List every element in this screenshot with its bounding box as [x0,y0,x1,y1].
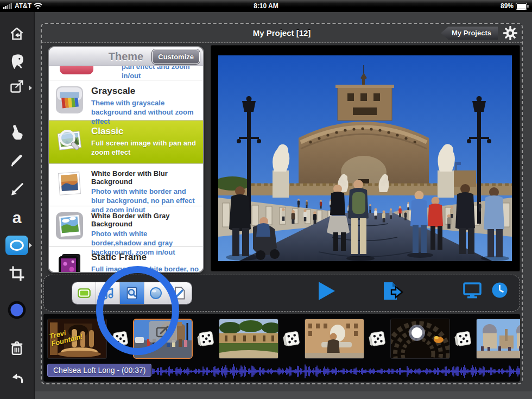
theme-thumb-icon [55,126,84,154]
status-bar: AT&T 8:10 AM 89% [0,0,532,12]
color-swatch-button[interactable] [8,301,26,319]
duration-clock-button[interactable] [491,282,508,299]
settings-gear-icon[interactable] [503,26,517,40]
app-canvas: a My Project [12] My Projects [0,12,532,399]
theme-thumb-icon [55,86,84,114]
theme-thumb-icon [55,252,84,272]
theme-row-title: White Border with Blur Background [91,169,199,186]
evernote-button[interactable] [8,52,26,70]
theme-row-partial[interactable]: pan effect and zoom in/out [49,66,203,80]
transition-dice-button[interactable] [193,319,219,358]
audio-track-label[interactable]: Chelsea Loft Long - (00:37) [47,364,151,377]
play-button[interactable] [319,282,335,300]
editor-header: My Project [12] My Projects [42,24,522,43]
clock-time: 8:10 AM [0,0,532,12]
theme-row-subtitle: Theme with grayscale background and with… [91,99,199,126]
display-output-button[interactable] [463,282,482,299]
theme-list: pan effect and zoom in/outGrayscaleTheme… [49,66,203,272]
theme-row-title: Grayscale [91,86,199,97]
ellipse-flyout-caret [29,243,32,248]
theme-row-subtitle: Photo with white border and blur backgro… [91,187,199,215]
share-export-button[interactable] [8,78,26,96]
theme-thumb-icon [55,169,84,198]
theme-row-title: Static Frame [91,252,199,263]
theme-row-white-border-with-blur-background[interactable]: White Border with Blur BackgroundPhoto w… [49,164,203,206]
theme-segment[interactable] [72,282,96,304]
audio-waveform [152,363,520,379]
theme-row-title: Classic [91,126,199,137]
pointer-tool-button[interactable] [8,123,26,141]
timeline-clip-piazza-navona[interactable] [305,319,364,359]
theme-panel: Theme Customize pan effect and zoom in/o… [49,47,203,272]
undo-button[interactable] [8,369,26,388]
theme-row-title: White Border with Gray Background [91,212,199,228]
theme-row-classic[interactable]: ClassicFull screen image with pan and zo… [49,121,203,164]
theme-thumb-icon [55,212,84,240]
text-tool-button[interactable]: a [8,208,26,227]
my-projects-back-button[interactable]: My Projects [441,27,498,40]
theme-thumb-icon [60,66,93,74]
battery-icon [516,3,529,10]
battery-percent: 89% [501,2,514,10]
annotation-circle [96,266,179,355]
ellipse-tool-button[interactable] [5,236,28,255]
transition-dice-button[interactable] [450,319,476,358]
trash-button[interactable] [8,339,26,358]
theme-row-white-border-with-gray-background[interactable]: White Border with Gray BackgroundPhoto w… [49,206,203,246]
preview-image [218,55,512,261]
theme-row-grayscale[interactable]: GrayscaleTheme with grayscale background… [49,80,203,121]
arrow-tool-button[interactable] [8,180,26,199]
home-back-button[interactable] [8,24,26,43]
timeline-clip-pantheon-oculus[interactable] [390,319,450,359]
export-button[interactable] [383,281,403,301]
theme-row-subtitle: pan effect and zoom in/out [122,66,199,80]
transition-dice-button[interactable] [364,319,390,358]
timeline-clip-piazza-popolo[interactable] [476,319,520,359]
theme-row-subtitle: Full screen image with pan and zoom effe… [91,139,199,157]
timeline-clip-roman-forum[interactable] [219,319,278,359]
bottom-strip [34,391,532,399]
video-preview [211,46,520,271]
pencil-tool-button[interactable] [8,151,26,170]
crop-tool-button[interactable] [8,264,26,283]
transition-dice-button[interactable] [278,319,305,358]
theme-panel-header: Theme Customize [49,47,203,66]
customize-button[interactable]: Customize [152,49,200,64]
share-flyout-caret [29,85,32,91]
tool-sidebar: a [0,12,35,399]
